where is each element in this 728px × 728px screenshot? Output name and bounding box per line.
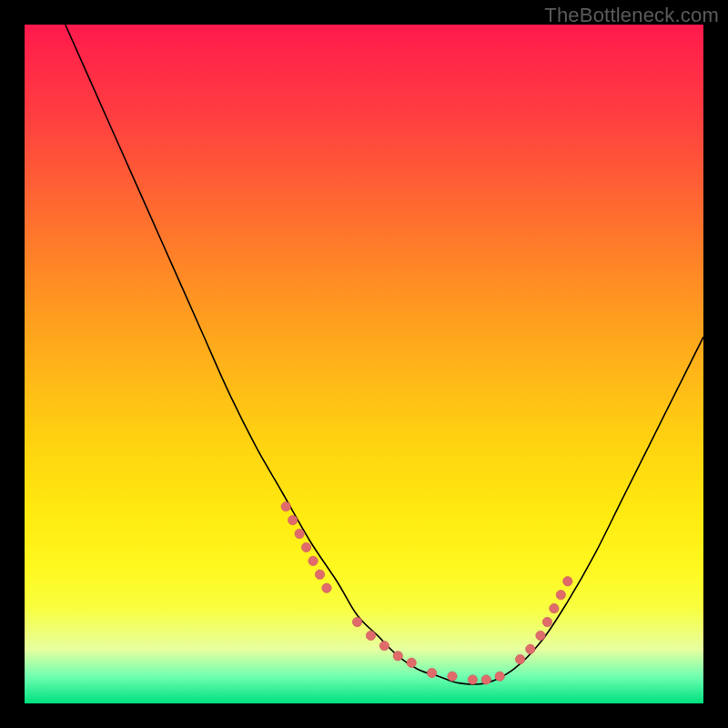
data-dot [301, 542, 310, 551]
data-dot [526, 644, 535, 653]
chart-svg [25, 25, 703, 703]
data-dot [407, 658, 416, 667]
data-dot [563, 577, 572, 586]
data-dot [427, 668, 436, 677]
chart-frame: TheBottleneck.com [0, 0, 728, 728]
data-dot [308, 556, 318, 565]
data-dot [481, 675, 490, 684]
data-dot [515, 654, 524, 663]
data-dot [281, 501, 290, 511]
data-dot [556, 590, 565, 599]
data-dot [495, 672, 504, 681]
data-dot [448, 672, 457, 681]
data-dot [550, 603, 559, 612]
data-dot [295, 529, 304, 538]
data-dot [536, 631, 545, 640]
watermark-text: TheBottleneck.com [544, 4, 719, 27]
bottleneck-curve [66, 25, 703, 684]
data-dot [288, 515, 297, 524]
data-dot [352, 617, 361, 626]
data-dot [366, 631, 375, 640]
data-dot [322, 583, 331, 592]
data-dot [542, 617, 551, 626]
data-dot [393, 652, 402, 661]
data-dot [468, 675, 477, 684]
plot-area [25, 25, 703, 703]
data-dot [315, 570, 324, 579]
data-dot [379, 641, 389, 650]
